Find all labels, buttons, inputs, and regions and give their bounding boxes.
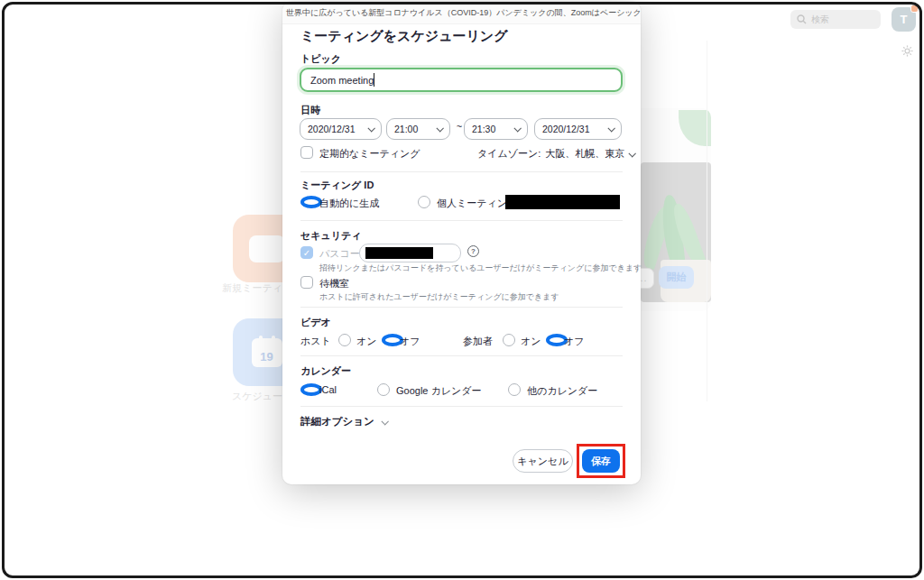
chevron-down-icon <box>381 418 388 425</box>
search-input[interactable]: 検索 <box>790 10 881 29</box>
meeting-id-label: ミーティング ID <box>300 179 374 192</box>
participant-video-on-radio[interactable] <box>503 334 515 346</box>
start-date-select[interactable]: 2020/12/31 <box>300 118 382 140</box>
waiting-room-help-text: ホストに許可されたユーザーだけがミーティングに参加できます <box>319 291 559 303</box>
personal-id-redacted <box>505 195 620 209</box>
end-date-value: 2020/12/31 <box>542 124 590 134</box>
participants-label: 参加者 <box>463 335 493 348</box>
search-placeholder: 検索 <box>811 14 829 26</box>
chevron-down-icon <box>629 150 636 157</box>
section-divider <box>300 355 623 356</box>
start-time-select[interactable]: 21:00 <box>386 118 450 140</box>
cancel-button[interactable]: キャンセル <box>513 449 573 473</box>
avatar-initial: T <box>901 13 908 26</box>
security-label: セキュリティ <box>300 229 362 243</box>
dialog-title: ミーティングをスケジューリング <box>300 28 508 45</box>
save-button[interactable]: 保存 <box>582 449 620 473</box>
section-divider <box>300 406 623 407</box>
participant-off-label: オフ <box>564 335 585 348</box>
search-icon <box>797 14 807 24</box>
calendar-label: カレンダー <box>300 364 351 378</box>
calendar-day: 19 <box>260 350 273 367</box>
start-time-value: 21:00 <box>394 124 418 134</box>
recurring-label: 定期的なミーティング <box>319 147 420 161</box>
chevron-down-icon <box>607 124 614 132</box>
zoom-app-window: 検索 T 新規ミーティ 19 スケジュー ... <box>0 0 924 580</box>
start-date-value: 2020/12/31 <box>308 124 356 134</box>
auto-generate-label: 自動的に生成 <box>319 197 379 210</box>
new-meeting-label: 新規ミーティ <box>217 281 282 295</box>
schedule-label: スケジュー <box>217 390 282 403</box>
other-calendar-radio[interactable] <box>508 383 521 396</box>
passcode-help-text: 招待リンクまたはパスコードを持っているユーザーだけがミーティングに参加できます <box>319 262 642 274</box>
host-label: ホスト <box>300 335 331 348</box>
passcode-checkbox[interactable]: ✓ <box>300 246 313 259</box>
help-icon[interactable]: ? <box>467 245 479 257</box>
recurring-checkbox[interactable] <box>300 146 313 159</box>
other-calendar-label: 他のカレンダー <box>527 384 597 398</box>
section-divider <box>300 171 623 172</box>
ical-label: iCal <box>319 384 337 395</box>
advanced-options-toggle[interactable]: 詳細オプション <box>300 415 387 428</box>
video-label: ビデオ <box>300 316 331 329</box>
timezone-select[interactable]: タイムゾーン: 大阪、札幌、東京 <box>477 147 634 161</box>
topic-input[interactable] <box>300 68 623 92</box>
end-time-value: 21:30 <box>472 124 495 134</box>
chevron-down-icon <box>513 124 521 132</box>
timezone-label: タイムゾーン: <box>477 147 541 161</box>
host-on-label: オン <box>356 335 377 348</box>
section-divider <box>300 220 623 221</box>
google-calendar-label: Google カレンダー <box>396 384 482 398</box>
waiting-room-label: 待機室 <box>319 277 349 290</box>
section-divider <box>300 307 623 308</box>
end-date-select[interactable]: 2020/12/31 <box>534 118 622 140</box>
passcode-input[interactable] <box>359 244 461 262</box>
advanced-options-label: 詳細オプション <box>300 415 374 428</box>
avatar[interactable]: T <box>892 7 916 32</box>
google-calendar-radio[interactable] <box>377 383 390 396</box>
participant-on-label: オン <box>521 335 541 348</box>
waiting-room-checkbox[interactable] <box>300 276 313 289</box>
personal-id-radio[interactable] <box>418 196 430 208</box>
end-time-select[interactable]: 21:30 <box>464 118 528 140</box>
gear-icon[interactable] <box>901 45 913 57</box>
start-meeting-button[interactable]: 開始 <box>659 266 694 289</box>
host-video-on-radio[interactable] <box>338 334 351 346</box>
schedule-meeting-dialog: 世界中に広がっている新型コロナウイルス（COVID-19）パンデミックの間、Zo… <box>282 2 641 484</box>
host-off-label: オフ <box>400 335 420 348</box>
calendar-icon: 19 <box>252 338 282 367</box>
topic-label: トピック <box>300 52 341 66</box>
notification-badge <box>910 5 919 13</box>
datetime-label: 日時 <box>300 104 320 117</box>
panel-divider <box>707 41 707 401</box>
video-camera-icon <box>249 235 285 262</box>
passcode-redacted <box>365 247 433 259</box>
chevron-down-icon <box>367 124 374 132</box>
timezone-value: 大阪、札幌、東京 <box>545 147 624 161</box>
chevron-down-icon <box>436 124 443 132</box>
covid-notice-banner: 世界中に広がっている新型コロナウイルス（COVID-19）パンデミックの間、Zo… <box>282 2 641 24</box>
text-caret <box>374 73 374 87</box>
